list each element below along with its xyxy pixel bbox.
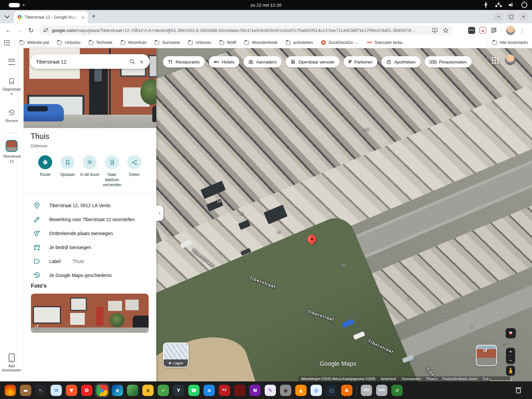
accessibility-icon[interactable] bbox=[483, 2, 488, 8]
attribution-link[interactable]: Privacy bbox=[426, 377, 437, 381]
route-button[interactable]: Route bbox=[35, 155, 56, 188]
profile-avatar[interactable] bbox=[506, 26, 515, 35]
bookmark-item[interactable]: Unbuntu bbox=[188, 40, 211, 45]
network-icon[interactable] bbox=[495, 2, 501, 8]
gimp-app-icon[interactable]: ◉ bbox=[280, 385, 291, 396]
dark-y-app-icon[interactable]: Y bbox=[173, 385, 184, 396]
bookmark-item[interactable]: activiteiten bbox=[286, 40, 313, 45]
bookmark-item[interactable]: Woordenboek bbox=[244, 40, 278, 45]
sidebar-item-saved[interactable]: Opgeslagen bbox=[2, 77, 22, 96]
compass-button[interactable] bbox=[506, 328, 516, 338]
system-tray[interactable] bbox=[483, 0, 527, 10]
search-icon[interactable] bbox=[129, 58, 136, 65]
red-extension-icon[interactable]: » bbox=[479, 27, 486, 34]
trash-icon[interactable] bbox=[515, 387, 522, 394]
minimize-button[interactable] bbox=[494, 12, 503, 21]
taskbar-separator[interactable] bbox=[356, 385, 357, 396]
edge-app-icon[interactable]: e bbox=[112, 385, 123, 396]
maps-history-row[interactable]: Je Google Maps-geschiedenis bbox=[23, 268, 156, 282]
zoom-in-button[interactable]: + bbox=[509, 349, 512, 354]
label-row[interactable]: Label Thuis bbox=[23, 254, 156, 268]
sidebar-item-recent[interactable]: Recent bbox=[2, 109, 22, 123]
chip-public-transport[interactable]: Openbaar vervoer bbox=[286, 56, 339, 67]
attribution-link[interactable]: Productfeedback sturen bbox=[443, 377, 478, 381]
apps-grid-icon[interactable] bbox=[4, 40, 10, 46]
panel-collapse-button[interactable]: ‹ bbox=[156, 205, 163, 221]
forward-button[interactable]: → bbox=[14, 27, 25, 34]
tab-close-icon[interactable]: × bbox=[81, 15, 84, 20]
bookmark-item[interactable]: DuckDuckGo -... bbox=[321, 40, 359, 45]
layers-button[interactable]: ◈Lagen bbox=[163, 342, 189, 367]
attribution-link[interactable]: Voorwaarden bbox=[401, 377, 421, 381]
skull-app-icon[interactable] bbox=[234, 385, 245, 396]
pen-app-icon[interactable]: ✎ bbox=[265, 385, 276, 396]
power-icon[interactable] bbox=[521, 2, 527, 8]
recent-place-label[interactable]: Tiberstraat 12 bbox=[2, 154, 22, 164]
address-bar[interactable]: google.com/maps/place/Tiberstraat+12,+59… bbox=[39, 25, 453, 35]
account-avatar[interactable] bbox=[505, 55, 515, 65]
bookmark-item[interactable]: Unbuntu bbox=[57, 40, 80, 45]
docs-app-icon[interactable]: ≡ bbox=[203, 385, 215, 396]
volume-icon[interactable] bbox=[509, 3, 514, 7]
address-row[interactable]: Tiberstraat 12, 5912 LA Venlo bbox=[23, 199, 156, 212]
reload-button[interactable]: ↻ bbox=[25, 27, 37, 34]
photos-app-icon[interactable] bbox=[127, 385, 138, 396]
install-icon[interactable] bbox=[432, 27, 438, 34]
calculator-app-icon[interactable]: ± bbox=[142, 385, 154, 396]
files-app-icon[interactable]: ▬ bbox=[20, 385, 31, 396]
password-extension-icon[interactable]: •••• bbox=[468, 27, 475, 34]
all-bookmarks-button[interactable]: Alle bookmarks bbox=[492, 40, 528, 45]
streetview-thumbnail[interactable] bbox=[476, 345, 497, 366]
bookmark-item[interactable]: Website-pat bbox=[19, 40, 49, 45]
clear-search-icon[interactable]: × bbox=[140, 58, 144, 65]
onenote-app-icon[interactable]: N bbox=[249, 385, 261, 396]
flame-app-icon[interactable] bbox=[5, 385, 16, 396]
bookmark-item[interactable]: Woonhuis bbox=[120, 40, 146, 45]
chip-atms[interactable]: ATM Pinautomaten bbox=[425, 56, 472, 67]
vlc-app-icon[interactable]: ▲ bbox=[295, 385, 307, 396]
recycle-drive-icon[interactable]: ↺ bbox=[391, 385, 403, 396]
whatsapp-app-icon[interactable]: ☎ bbox=[188, 385, 200, 396]
pegman-button[interactable] bbox=[506, 366, 515, 376]
browser-menu-icon[interactable]: ⋮ bbox=[519, 27, 525, 34]
new-tab-button[interactable]: + bbox=[92, 13, 96, 20]
back-button[interactable]: ← bbox=[3, 27, 14, 34]
app-download-item[interactable]: App downloaden bbox=[2, 353, 21, 373]
google-apps-grid-icon[interactable] bbox=[492, 57, 499, 64]
system-clock[interactable]: zo 22 mrt 12:20 bbox=[0, 3, 532, 8]
a-app-icon[interactable]: A bbox=[341, 385, 352, 396]
search-input[interactable]: Tiberstraat 12 bbox=[36, 59, 125, 65]
send-to-phone-button[interactable]: Naar telefoon verzenden bbox=[101, 155, 123, 188]
chip-recommended[interactable]: Aanraders bbox=[243, 56, 282, 67]
recent-place-thumbnail[interactable] bbox=[6, 140, 18, 152]
brave-app-icon[interactable]: ▼ bbox=[66, 385, 77, 396]
maps-search-box[interactable]: Tiberstraat 12 × bbox=[30, 54, 150, 69]
map-canvas[interactable]: Restaurants Hotels Aanraders Openbaar ve… bbox=[156, 48, 532, 381]
close-button[interactable]: × bbox=[519, 12, 528, 21]
chip-hotels[interactable]: Hotels bbox=[209, 56, 239, 67]
chrome-app-icon[interactable]: ● bbox=[96, 385, 108, 396]
lens-app-icon[interactable]: ◎ bbox=[311, 385, 322, 396]
suggest-edit-row[interactable]: Bewerking voor Tiberstraat 12 voorstelle… bbox=[23, 212, 156, 226]
attribution-link[interactable]: Nederland bbox=[381, 377, 396, 381]
save-button[interactable]: Opslaan bbox=[57, 155, 78, 188]
chip-pharmacies[interactable]: Apotheken bbox=[381, 56, 421, 67]
zoom-out-button[interactable]: − bbox=[509, 358, 512, 363]
filezilla-app-icon[interactable]: FZ bbox=[219, 385, 230, 396]
menu-hamburger-icon[interactable] bbox=[8, 59, 15, 65]
browser-tab-active[interactable]: Tiberstraat 12 - Google Maps × bbox=[14, 11, 88, 23]
bookmark-item[interactable]: Wolff bbox=[219, 40, 236, 45]
steam-app-icon[interactable]: ○ bbox=[326, 385, 337, 396]
extensions-puzzle-icon[interactable] bbox=[490, 27, 497, 34]
chip-restaurants[interactable]: Restaurants bbox=[163, 56, 205, 67]
add-business-row[interactable]: Je bedrijf toevoegen bbox=[23, 240, 156, 254]
check-app-icon[interactable]: ✓ bbox=[158, 385, 169, 396]
ssd-drive-icon[interactable]: SSD bbox=[361, 385, 372, 396]
bookmark-item[interactable]: Seksuele fanta... bbox=[367, 40, 406, 45]
share-button[interactable]: Delen bbox=[124, 155, 145, 188]
add-missing-place-row[interactable]: Ontbrekende plaats toevoegen bbox=[23, 226, 156, 240]
bookmark-item[interactable]: Techniek bbox=[88, 40, 112, 45]
thunderbird-app-icon[interactable]: ✉ bbox=[51, 385, 62, 396]
place-photo[interactable]: ↺ bbox=[31, 294, 149, 333]
chip-parking[interactable]: P Parkeren bbox=[343, 56, 377, 67]
